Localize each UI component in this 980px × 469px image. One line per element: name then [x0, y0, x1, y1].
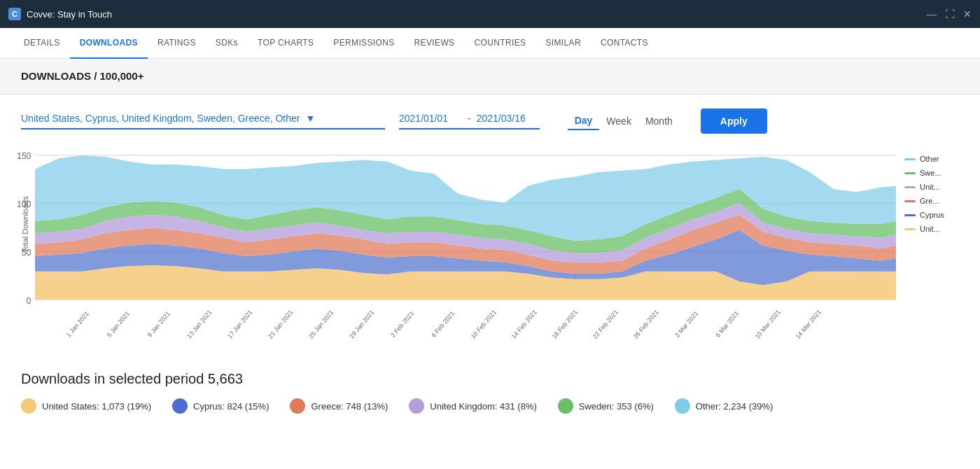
chart-area: 150 100 50 0 1 Jan 20215 Jan 202	[35, 148, 896, 357]
dropdown-arrow-icon: ▼	[305, 113, 315, 124]
summary-item: Sweden: 353 (6%)	[558, 398, 654, 414]
summary-item: Greece: 748 (13%)	[290, 398, 388, 414]
country-selector[interactable]: United States, Cyprus, United Kingdom, S…	[21, 113, 385, 130]
legend-item: Unit...	[904, 225, 959, 233]
section-header: DOWNLOADS / 100,000+	[0, 59, 980, 94]
close-button[interactable]: ✕	[963, 8, 972, 20]
legend-item: Cyprus	[904, 211, 959, 219]
titlebar-title: Covve: Stay in Touch	[27, 9, 112, 20]
svg-text:150: 150	[17, 152, 31, 162]
country-selector-text: United States, Cyprus, United Kingdom, S…	[21, 113, 300, 124]
window-controls: — ⛶ ✕	[927, 8, 972, 20]
summary-item: Cyprus: 824 (15%)	[172, 398, 269, 414]
summary-item: United Kingdom: 431 (8%)	[409, 398, 536, 414]
nav-item-sdks[interactable]: SDKs	[206, 28, 248, 59]
section-title: DOWNLOADS / 100,000+	[21, 70, 144, 82]
apply-button[interactable]: Apply	[701, 108, 767, 134]
legend-item: Unit...	[904, 183, 959, 191]
summary-title: Downloads in selected period 5,663	[21, 371, 959, 387]
date-range: -	[399, 113, 540, 130]
nav-item-top-charts[interactable]: TOP CHARTS	[248, 28, 323, 59]
svg-text:100: 100	[17, 200, 31, 209]
app-icon: C	[8, 8, 21, 20]
period-week-button[interactable]: Week	[599, 112, 638, 130]
date-separator: -	[468, 113, 471, 124]
controls-row: United States, Cyprus, United Kingdom, S…	[0, 94, 980, 141]
chart-legend: OtherSwe...Unit...Gre...CyprusUnit...	[896, 148, 959, 357]
nav-item-similar[interactable]: SIMILAR	[536, 28, 591, 59]
legend-item: Gre...	[904, 197, 959, 205]
chart-wrap: Total Downloads 150 100 50 0	[21, 148, 959, 357]
maximize-button[interactable]: ⛶	[945, 8, 955, 20]
chart-container: Total Downloads 150 100 50 0	[0, 141, 980, 364]
titlebar: C Covve: Stay in Touch — ⛶ ✕	[0, 0, 980, 28]
nav-item-contacts[interactable]: CONTACTS	[591, 28, 658, 59]
period-buttons: DayWeekMonth	[568, 112, 680, 130]
nav-item-countries[interactable]: COUNTRIES	[464, 28, 536, 59]
chart-svg: 150 100 50 0	[35, 148, 896, 316]
minimize-button[interactable]: —	[927, 8, 937, 20]
summary-section: Downloads in selected period 5,663 Unite…	[0, 364, 980, 429]
date-from-input[interactable]	[399, 113, 462, 124]
period-day-button[interactable]: Day	[568, 112, 600, 130]
nav-item-details[interactable]: DETAILS	[14, 28, 70, 59]
titlebar-left: C Covve: Stay in Touch	[8, 8, 112, 20]
summary-item: United States: 1,073 (19%)	[21, 398, 151, 414]
period-month-button[interactable]: Month	[638, 112, 680, 130]
nav-item-downloads[interactable]: DOWNLOADS	[70, 28, 148, 59]
nav-item-permissions[interactable]: PERMISSIONS	[323, 28, 404, 59]
date-to-input[interactable]	[477, 113, 540, 124]
summary-item: Other: 2,234 (39%)	[675, 398, 774, 414]
nav-item-reviews[interactable]: REVIEWS	[405, 28, 465, 59]
summary-legend: United States: 1,073 (19%)Cyprus: 824 (1…	[21, 398, 959, 422]
svg-text:0: 0	[27, 296, 31, 306]
legend-item: Other	[904, 155, 959, 163]
y-axis-label: Total Downloads	[21, 148, 29, 302]
svg-text:50: 50	[22, 248, 31, 258]
x-axis-labels: 1 Jan 20215 Jan 20219 Jan 202113 Jan 202…	[55, 322, 896, 357]
nav-item-ratings[interactable]: RATINGS	[148, 28, 206, 59]
legend-item: Swe...	[904, 169, 959, 177]
main-nav: DETAILSDOWNLOADSRATINGSSDKsTOP CHARTSPER…	[0, 28, 980, 59]
